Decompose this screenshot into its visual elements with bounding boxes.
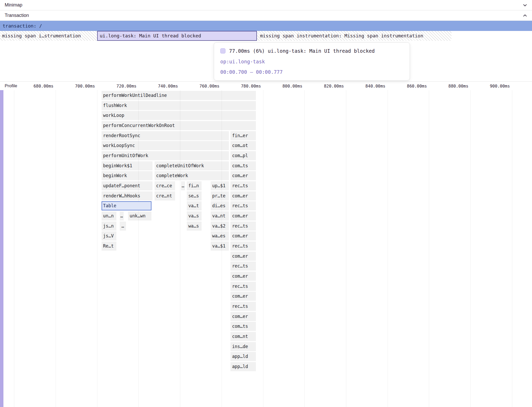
flame-frame[interactable]: completeWork xyxy=(155,171,229,180)
left-edge-frame[interactable] xyxy=(0,90,3,407)
flame-frame[interactable]: fin…er xyxy=(230,131,256,140)
spans-row: missing span i…strumentation ui.long-tas… xyxy=(0,31,532,41)
flame-frame[interactable]: wa…es xyxy=(211,231,229,241)
flame-frame[interactable]: com…er xyxy=(230,211,256,221)
flame-frame[interactable]: workLoop xyxy=(102,111,256,120)
tooltip-title: 77.00ms (6%) ui.long-task: Main UI threa… xyxy=(229,48,375,54)
gridline xyxy=(512,90,512,407)
chevron-down-icon[interactable] xyxy=(522,2,528,8)
flame-frame[interactable]: rec…ts xyxy=(230,181,256,190)
flame-frame[interactable]: updateF…ponent xyxy=(102,181,152,190)
flame-frame[interactable]: va…nt xyxy=(211,211,229,221)
transaction-row-label: transaction: / xyxy=(3,23,42,29)
time-tick-label: 900.00ms xyxy=(490,83,510,88)
time-tick-label: 880.00ms xyxy=(448,83,468,88)
flame-frame[interactable]: com…er xyxy=(230,191,256,201)
flame-frame[interactable]: va…$2 xyxy=(211,222,229,231)
time-tick-label: 780.00ms xyxy=(241,83,261,88)
flame-frame[interactable]: rec…ts xyxy=(230,282,256,291)
flame-frame[interactable]: ins…de xyxy=(230,342,256,351)
gridline xyxy=(14,90,14,407)
transaction-label: Transaction xyxy=(5,13,29,18)
flame-frame[interactable]: com…er xyxy=(230,231,256,241)
flame-frame[interactable]: … xyxy=(120,222,126,231)
time-tick-label: 720.00ms xyxy=(116,83,136,88)
gridline xyxy=(470,90,471,407)
gridline xyxy=(263,90,263,407)
flame-frame[interactable]: rec…ts xyxy=(230,262,256,271)
gridline xyxy=(304,90,305,407)
flame-frame[interactable]: … xyxy=(181,181,185,190)
flame-frame[interactable]: com…ts xyxy=(230,322,256,331)
time-tick-label: 820.00ms xyxy=(324,83,344,88)
flame-frame[interactable]: renderW…hHooks xyxy=(102,191,152,201)
gridline xyxy=(56,90,56,407)
tooltip-range: 00:00.700 — 00:00.777 xyxy=(220,69,283,75)
flame-frame[interactable]: com…er xyxy=(230,292,256,301)
missing-span-left[interactable]: missing span i…strumentation xyxy=(0,31,97,41)
minimap-section-header[interactable]: Minimap xyxy=(0,0,532,10)
flame-frame[interactable]: di…es xyxy=(211,201,229,210)
time-tick-label: 680.00ms xyxy=(34,83,54,88)
flame-frame[interactable]: Re…t xyxy=(102,242,116,251)
selected-span[interactable]: ui.long-task: Main UI thread blocked xyxy=(97,31,257,41)
profile-header: Profile 680.00ms700.00ms720.00ms740.00ms… xyxy=(0,81,532,90)
flame-frame[interactable]: completeUnitOfWork xyxy=(155,161,229,170)
flame-frame[interactable]: wa…s xyxy=(187,222,202,231)
flame-frame[interactable]: com…pl xyxy=(230,151,256,160)
flame-frame[interactable]: rec…ts xyxy=(230,201,256,210)
flame-frame[interactable]: … xyxy=(120,211,124,221)
flame-frame[interactable]: unk…wn xyxy=(128,211,151,221)
flame-frame[interactable]: js…V xyxy=(102,231,116,241)
flame-frame[interactable]: app…ld xyxy=(230,352,256,361)
transaction-section-header[interactable]: Transaction xyxy=(0,10,532,21)
flame-frame[interactable]: js…n xyxy=(102,222,116,231)
flame-frame[interactable]: rec…ts xyxy=(230,302,256,311)
flame-frame[interactable]: beginWork xyxy=(102,171,152,180)
time-tick-label: 800.00ms xyxy=(282,83,302,88)
flame-frame[interactable]: app…ld xyxy=(230,362,256,371)
flame-frame[interactable]: com…ot xyxy=(230,141,256,150)
flame-frame[interactable]: workLoopSync xyxy=(102,141,229,150)
flame-frame[interactable]: rec…ts xyxy=(230,242,256,251)
flame-frame[interactable]: com…er xyxy=(230,272,256,281)
chevron-up-icon[interactable] xyxy=(522,13,528,18)
flame-frame[interactable]: rec…ts xyxy=(230,222,256,231)
flame-frame[interactable]: com…ts xyxy=(230,161,256,170)
flamegraph: performWorkUntilDeadlineflushWorkworkLoo… xyxy=(0,90,532,407)
span-tooltip: 77.00ms (6%) ui.long-task: Main UI threa… xyxy=(214,42,410,81)
flame-frame[interactable]: flushWork xyxy=(102,101,256,110)
transaction-row[interactable]: transaction: / xyxy=(0,21,532,31)
gridline xyxy=(388,90,388,407)
gridline xyxy=(222,90,222,407)
flame-frame[interactable]: com…er xyxy=(230,252,256,261)
flame-frame[interactable]: va…s xyxy=(187,211,202,221)
flame-frame[interactable]: up…$1 xyxy=(211,181,229,190)
flame-frame[interactable]: va…$1 xyxy=(211,242,229,251)
flame-frame[interactable]: performWorkUntilDeadline xyxy=(102,91,256,100)
flame-frame[interactable]: cre…nt xyxy=(155,191,175,201)
gridline xyxy=(138,90,139,407)
tooltip-op: op:ui.long-task xyxy=(220,59,265,64)
flame-frame[interactable]: beginWork$1 xyxy=(102,161,152,170)
profiler-view: Minimap Transaction transaction: / missi… xyxy=(0,0,532,407)
span-color-swatch-icon xyxy=(220,48,225,54)
flame-frame[interactable]: va…t xyxy=(187,201,202,210)
missing-span-right[interactable]: missing span instrumentation: Missing sp… xyxy=(257,31,451,41)
flame-frame[interactable]: cre…ce xyxy=(155,181,175,190)
flame-frame[interactable]: com…er xyxy=(230,171,256,180)
flame-frame[interactable]: com…nt xyxy=(230,332,256,341)
time-tick-label: 840.00ms xyxy=(365,83,385,88)
time-tick-label: 860.00ms xyxy=(407,83,427,88)
flame-frame[interactable]: performUnitOfWork xyxy=(102,151,229,160)
flame-frame[interactable]: fi…n xyxy=(187,181,202,190)
flame-frame[interactable]: pr…te xyxy=(211,191,229,201)
flame-frame[interactable]: performConcurrentWorkOnRoot xyxy=(102,121,256,130)
gridline xyxy=(180,90,180,407)
flame-frame[interactable]: Table xyxy=(102,201,151,210)
flame-frame[interactable]: un…n xyxy=(102,211,116,221)
flame-frame[interactable]: renderRootSync xyxy=(102,131,229,140)
flame-frame[interactable]: se…s xyxy=(187,191,202,201)
minimap-label: Minimap xyxy=(5,2,22,8)
flame-frame[interactable]: com…er xyxy=(230,312,256,321)
